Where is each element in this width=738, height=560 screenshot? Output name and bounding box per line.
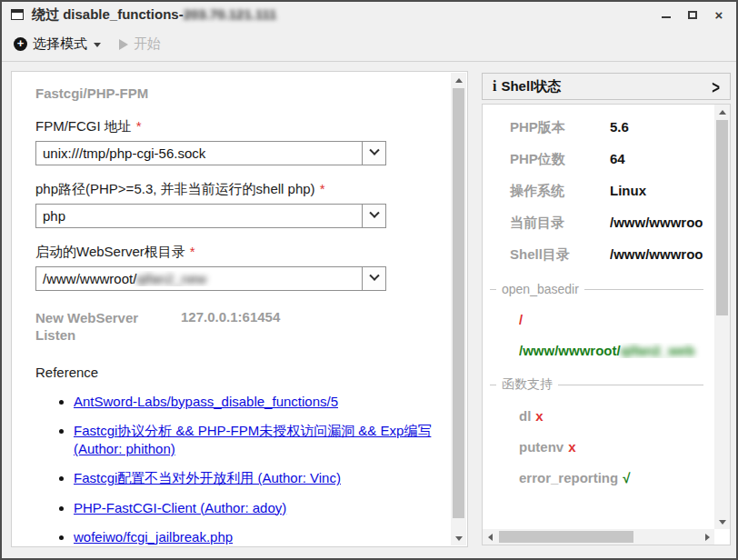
scroll-left-button[interactable] bbox=[483, 529, 497, 545]
reference-link-antsword-labs[interactable]: AntSword-Labs/bypass_disable_functions/5 bbox=[74, 394, 338, 409]
function-entry-dl: dlx bbox=[519, 408, 703, 424]
cross-icon: x bbox=[535, 408, 543, 424]
start-label: 开始 bbox=[134, 35, 161, 53]
required-asterisk: * bbox=[136, 118, 142, 134]
status-row-value: /www/wwwroot/ bbox=[610, 215, 703, 232]
scroll-up-button[interactable] bbox=[714, 105, 730, 119]
scroll-down-button[interactable] bbox=[714, 515, 730, 529]
window-icon bbox=[11, 9, 24, 20]
info-icon: i bbox=[493, 78, 496, 95]
function-entry-error-reporting: error_reporting√ bbox=[519, 470, 703, 485]
required-asterisk: * bbox=[190, 244, 195, 259]
php-path-combobox[interactable]: php bbox=[35, 204, 386, 228]
webserver-root-redacted: qifan2_new bbox=[136, 271, 206, 286]
field-label-fpm-address: FPM/FCGI 地址* bbox=[35, 118, 445, 135]
maximize-icon bbox=[688, 11, 697, 19]
field-label-text: FPM/FCGI 地址 bbox=[35, 118, 132, 134]
php-path-value[interactable]: php bbox=[36, 208, 362, 224]
status-row-os: 操作系统 Linux bbox=[510, 183, 714, 200]
reference-links: AntSword-Labs/bypass_disable_functions/5… bbox=[35, 393, 445, 547]
fpm-address-value[interactable]: unix:///tmp/php-cgi-56.sock bbox=[36, 145, 362, 161]
list-item: AntSword-Labs/bypass_disable_functions/5 bbox=[74, 393, 445, 411]
field-label-text: php路径(PHP>=5.3, 并非当前运行的shell php) bbox=[35, 181, 315, 196]
reference-link-fcgi-jailbreak[interactable]: wofeiwo/fcgi_jailbreak.php bbox=[74, 529, 233, 545]
scrollbar-thumb[interactable] bbox=[499, 531, 633, 543]
title-bar: 绕过 disable_functions-203.70.121.111 × bbox=[2, 2, 736, 27]
scroll-down-button[interactable] bbox=[451, 531, 466, 545]
open-basedir-path-prefix: /www/wwwroot/ bbox=[519, 343, 621, 358]
open-basedir-path: /www/wwwroot/qifan2_web bbox=[519, 343, 703, 358]
chevron-right-icon[interactable]: > bbox=[712, 76, 720, 96]
shell-status-title: Shell状态 bbox=[501, 78, 561, 95]
triangle-down-icon bbox=[455, 536, 463, 541]
field-label-text: 启动的WebServer根目录 bbox=[35, 244, 185, 259]
status-row-label: PHP位数 bbox=[510, 151, 610, 168]
field-label-webserver-root: 启动的WebServer根目录* bbox=[35, 244, 445, 261]
webserver-root-dropdown-button[interactable] bbox=[362, 267, 385, 290]
reference-link-php-fastcgi-client[interactable]: PHP-FastCGI-Client (Author: adoy) bbox=[74, 500, 286, 515]
status-row-value: Linux bbox=[610, 183, 703, 200]
shell-status-content: PHP版本 5.6 PHP位数 64 操作系统 Linux 当前目录 /www/… bbox=[483, 119, 714, 529]
cross-icon: x bbox=[568, 439, 575, 455]
triangle-up-icon bbox=[719, 110, 726, 115]
webserver-root-prefix: /www/wwwroot/ bbox=[43, 271, 136, 286]
window-title-redacted-ip: 203.70.121.111 bbox=[184, 6, 277, 22]
open-basedir-legend: open_basedir bbox=[490, 282, 703, 296]
reference-link-fastcgi-protocol[interactable]: Fastcgi协议分析 && PHP-FPM未授权访问漏洞 && Exp编写 (… bbox=[74, 423, 431, 456]
status-row-php-bits: PHP位数 64 bbox=[510, 151, 714, 168]
webserver-root-value[interactable]: /www/wwwroot/qifan2_new bbox=[36, 271, 362, 286]
field-label-php-path: php路径(PHP>=5.3, 并非当前运行的shell php)* bbox=[35, 181, 445, 198]
chevron-down-icon bbox=[369, 208, 379, 218]
chevron-down-icon bbox=[94, 43, 101, 47]
triangle-left-icon bbox=[488, 534, 493, 541]
scrollbar-thumb[interactable] bbox=[716, 120, 728, 315]
toolbar: + 选择模式 开始 bbox=[2, 27, 736, 62]
triangle-up-icon bbox=[455, 78, 463, 83]
fpm-address-combobox[interactable]: unix:///tmp/php-cgi-56.sock bbox=[35, 141, 386, 165]
form-panel-content: Fastcgi/PHP-FPM FPM/FCGI 地址* unix:///tmp… bbox=[12, 72, 451, 546]
function-support-fieldset: 函数支持 dlx putenvx error_reporting√ bbox=[490, 376, 703, 485]
status-panel-vscrollbar[interactable] bbox=[714, 105, 730, 529]
scroll-up-button[interactable] bbox=[451, 73, 466, 87]
reference-link-fastcgi-misconfig[interactable]: Fastcgi配置不当对外开放利用 (Author: Vinc) bbox=[74, 470, 341, 485]
shell-status-panel: PHP版本 5.6 PHP位数 64 操作系统 Linux 当前目录 /www/… bbox=[482, 104, 731, 545]
start-button[interactable]: 开始 bbox=[119, 35, 161, 53]
function-name: error_reporting bbox=[519, 470, 618, 485]
status-row-value: 5.6 bbox=[610, 119, 703, 136]
shell-status-header[interactable]: i Shell状态 > bbox=[482, 73, 731, 100]
minimize-button[interactable] bbox=[660, 8, 673, 21]
required-asterisk: * bbox=[320, 181, 325, 196]
function-name: putenv bbox=[519, 439, 563, 455]
chevron-down-icon bbox=[369, 145, 379, 155]
form-panel: Fastcgi/PHP-FPM FPM/FCGI 地址* unix:///tmp… bbox=[11, 71, 468, 547]
close-button[interactable]: × bbox=[713, 8, 725, 21]
list-item: Fastcgi协议分析 && PHP-FPM未授权访问漏洞 && Exp编写 (… bbox=[74, 422, 445, 459]
reference-title: Reference bbox=[35, 365, 445, 380]
webserver-root-combobox[interactable]: /www/wwwroot/qifan2_new bbox=[35, 266, 386, 291]
section-title: Fastcgi/PHP-FPM bbox=[35, 85, 163, 103]
list-item: wofeiwo/fcgi_jailbreak.php bbox=[74, 528, 445, 546]
maximize-button[interactable] bbox=[686, 8, 699, 21]
window-title-text: 绕过 disable_functions- bbox=[32, 6, 184, 22]
status-panel-hscrollbar[interactable] bbox=[483, 529, 714, 545]
scroll-right-button[interactable] bbox=[700, 529, 714, 545]
list-item: Fastcgi配置不当对外开放利用 (Author: Vinc) bbox=[74, 469, 445, 487]
status-row-shell-dir: Shell目录 /www/wwwroot/ bbox=[510, 246, 714, 264]
php-path-dropdown-button[interactable] bbox=[362, 205, 385, 227]
status-row-label: 操作系统 bbox=[510, 183, 610, 200]
status-row-value: 64 bbox=[610, 151, 703, 168]
open-basedir-path-redacted: qifan2_web bbox=[621, 343, 695, 358]
plus-circle-icon: + bbox=[14, 37, 27, 51]
form-panel-scrollbar[interactable] bbox=[451, 73, 466, 545]
status-row-php-version: PHP版本 5.6 bbox=[510, 119, 714, 136]
status-row-value: /www/wwwroot/ bbox=[610, 246, 703, 264]
list-item: PHP-FastCGI-Client (Author: adoy) bbox=[74, 499, 445, 517]
status-row-label: 当前目录 bbox=[510, 215, 610, 232]
scrollbar-thumb[interactable] bbox=[453, 88, 464, 518]
status-row-current-dir: 当前目录 /www/wwwroot/ bbox=[510, 215, 714, 232]
select-mode-button[interactable]: + 选择模式 bbox=[14, 35, 101, 53]
play-icon bbox=[119, 39, 128, 50]
fpm-address-dropdown-button[interactable] bbox=[362, 142, 385, 165]
open-basedir-fieldset: open_basedir / /www/wwwroot/qifan2_web bbox=[490, 282, 703, 358]
window-controls: × bbox=[660, 8, 725, 21]
